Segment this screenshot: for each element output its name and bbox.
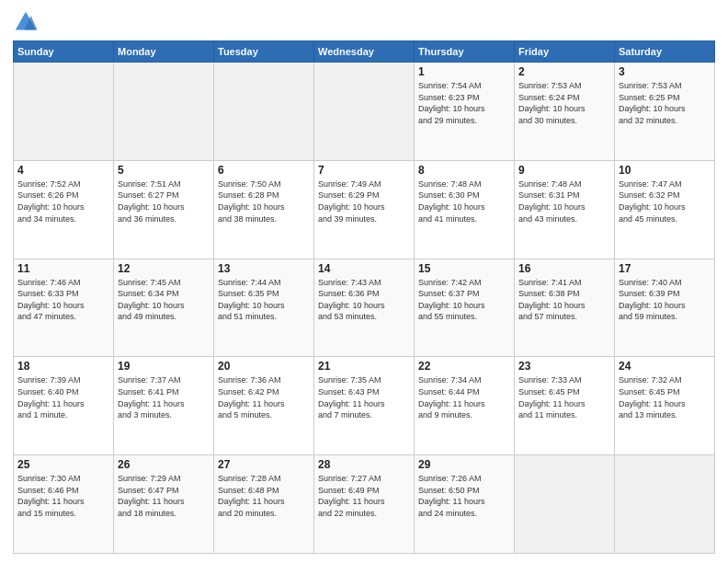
day-number: 8 [418,164,510,177]
header-day-monday: Monday [114,41,214,63]
calendar-cell: 23Sunrise: 7:33 AM Sunset: 6:45 PM Dayli… [515,357,615,455]
calendar-cell [214,63,314,161]
calendar-cell: 28Sunrise: 7:27 AM Sunset: 6:49 PM Dayli… [314,455,415,554]
day-number: 21 [318,360,410,373]
day-info: Sunrise: 7:41 AM Sunset: 6:38 PM Dayligh… [518,277,610,323]
calendar-week-3: 11Sunrise: 7:46 AM Sunset: 6:33 PM Dayli… [14,259,715,357]
day-number: 19 [118,360,210,373]
day-info: Sunrise: 7:29 AM Sunset: 6:47 PM Dayligh… [118,473,210,519]
day-number: 24 [619,360,711,373]
calendar-week-1: 1Sunrise: 7:54 AM Sunset: 6:23 PM Daylig… [14,63,715,161]
calendar-cell: 27Sunrise: 7:28 AM Sunset: 6:48 PM Dayli… [214,455,314,554]
day-info: Sunrise: 7:45 AM Sunset: 6:34 PM Dayligh… [118,277,210,323]
logo [13,9,42,35]
calendar-cell [515,455,615,554]
day-info: Sunrise: 7:51 AM Sunset: 6:27 PM Dayligh… [118,178,210,224]
day-number: 27 [218,458,310,471]
day-info: Sunrise: 7:32 AM Sunset: 6:45 PM Dayligh… [619,374,711,420]
day-number: 7 [318,164,410,177]
day-number: 22 [418,360,510,373]
day-info: Sunrise: 7:27 AM Sunset: 6:49 PM Dayligh… [318,473,410,519]
calendar-cell: 15Sunrise: 7:42 AM Sunset: 6:37 PM Dayli… [415,259,515,357]
day-number: 6 [218,164,310,177]
day-number: 12 [118,262,210,275]
calendar-cell: 24Sunrise: 7:32 AM Sunset: 6:45 PM Dayli… [615,357,715,455]
day-info: Sunrise: 7:52 AM Sunset: 6:26 PM Dayligh… [17,178,109,224]
day-number: 9 [518,164,610,177]
day-info: Sunrise: 7:36 AM Sunset: 6:42 PM Dayligh… [218,374,310,420]
day-number: 14 [318,262,410,275]
day-info: Sunrise: 7:49 AM Sunset: 6:29 PM Dayligh… [318,178,410,224]
header-day-sunday: Sunday [14,41,114,63]
day-info: Sunrise: 7:37 AM Sunset: 6:41 PM Dayligh… [118,374,210,420]
calendar-cell: 17Sunrise: 7:40 AM Sunset: 6:39 PM Dayli… [615,259,715,357]
day-number: 13 [218,262,310,275]
day-number: 17 [619,262,711,275]
day-number: 2 [518,65,610,78]
day-info: Sunrise: 7:48 AM Sunset: 6:31 PM Dayligh… [518,178,610,224]
header-day-wednesday: Wednesday [314,41,415,63]
day-number: 11 [17,262,109,275]
day-number: 3 [619,65,711,78]
calendar-cell: 18Sunrise: 7:39 AM Sunset: 6:40 PM Dayli… [14,357,114,455]
day-info: Sunrise: 7:54 AM Sunset: 6:23 PM Dayligh… [418,80,510,126]
day-info: Sunrise: 7:48 AM Sunset: 6:30 PM Dayligh… [418,178,510,224]
calendar-cell [615,455,715,554]
header-day-friday: Friday [515,41,615,63]
day-number: 20 [218,360,310,373]
day-number: 18 [17,360,109,373]
calendar-week-4: 18Sunrise: 7:39 AM Sunset: 6:40 PM Dayli… [14,357,715,455]
calendar-cell: 21Sunrise: 7:35 AM Sunset: 6:43 PM Dayli… [314,357,415,455]
calendar-table: SundayMondayTuesdayWednesdayThursdayFrid… [13,40,715,554]
calendar-cell [314,63,415,161]
calendar-cell [14,63,114,161]
day-info: Sunrise: 7:40 AM Sunset: 6:39 PM Dayligh… [619,277,711,323]
calendar-cell: 1Sunrise: 7:54 AM Sunset: 6:23 PM Daylig… [415,63,515,161]
calendar-cell: 19Sunrise: 7:37 AM Sunset: 6:41 PM Dayli… [114,357,214,455]
day-number: 4 [17,164,109,177]
day-info: Sunrise: 7:34 AM Sunset: 6:44 PM Dayligh… [418,374,510,420]
calendar-cell: 20Sunrise: 7:36 AM Sunset: 6:42 PM Dayli… [214,357,314,455]
day-info: Sunrise: 7:53 AM Sunset: 6:24 PM Dayligh… [518,80,610,126]
calendar-cell [114,63,214,161]
page: SundayMondayTuesdayWednesdayThursdayFrid… [0,0,728,563]
day-number: 25 [17,458,109,471]
calendar-cell: 22Sunrise: 7:34 AM Sunset: 6:44 PM Dayli… [415,357,515,455]
calendar-cell: 7Sunrise: 7:49 AM Sunset: 6:29 PM Daylig… [314,160,415,259]
day-info: Sunrise: 7:28 AM Sunset: 6:48 PM Dayligh… [218,473,310,519]
calendar-header-row: SundayMondayTuesdayWednesdayThursdayFrid… [14,41,715,63]
day-info: Sunrise: 7:26 AM Sunset: 6:50 PM Dayligh… [418,473,510,519]
calendar-week-5: 25Sunrise: 7:30 AM Sunset: 6:46 PM Dayli… [14,455,715,554]
calendar-cell: 4Sunrise: 7:52 AM Sunset: 6:26 PM Daylig… [14,160,114,259]
day-number: 28 [318,458,410,471]
day-number: 23 [518,360,610,373]
day-info: Sunrise: 7:46 AM Sunset: 6:33 PM Dayligh… [17,277,109,323]
calendar-week-2: 4Sunrise: 7:52 AM Sunset: 6:26 PM Daylig… [14,160,715,259]
day-number: 10 [619,164,711,177]
day-number: 1 [418,65,510,78]
day-info: Sunrise: 7:50 AM Sunset: 6:28 PM Dayligh… [218,178,310,224]
header-day-tuesday: Tuesday [214,41,314,63]
calendar-cell: 6Sunrise: 7:50 AM Sunset: 6:28 PM Daylig… [214,160,314,259]
calendar-cell: 11Sunrise: 7:46 AM Sunset: 6:33 PM Dayli… [14,259,114,357]
calendar-cell: 3Sunrise: 7:53 AM Sunset: 6:25 PM Daylig… [615,63,715,161]
calendar-cell: 2Sunrise: 7:53 AM Sunset: 6:24 PM Daylig… [515,63,615,161]
day-info: Sunrise: 7:44 AM Sunset: 6:35 PM Dayligh… [218,277,310,323]
day-number: 16 [518,262,610,275]
calendar-cell: 29Sunrise: 7:26 AM Sunset: 6:50 PM Dayli… [415,455,515,554]
calendar-cell: 12Sunrise: 7:45 AM Sunset: 6:34 PM Dayli… [114,259,214,357]
header-day-saturday: Saturday [615,41,715,63]
day-info: Sunrise: 7:35 AM Sunset: 6:43 PM Dayligh… [318,374,410,420]
header-day-thursday: Thursday [415,41,515,63]
calendar-cell: 26Sunrise: 7:29 AM Sunset: 6:47 PM Dayli… [114,455,214,554]
calendar-cell: 16Sunrise: 7:41 AM Sunset: 6:38 PM Dayli… [515,259,615,357]
day-number: 5 [118,164,210,177]
day-number: 15 [418,262,510,275]
day-info: Sunrise: 7:47 AM Sunset: 6:32 PM Dayligh… [619,178,711,224]
calendar-cell: 5Sunrise: 7:51 AM Sunset: 6:27 PM Daylig… [114,160,214,259]
day-number: 29 [418,458,510,471]
calendar-cell: 8Sunrise: 7:48 AM Sunset: 6:30 PM Daylig… [415,160,515,259]
day-number: 26 [118,458,210,471]
calendar-cell: 14Sunrise: 7:43 AM Sunset: 6:36 PM Dayli… [314,259,415,357]
calendar-cell: 13Sunrise: 7:44 AM Sunset: 6:35 PM Dayli… [214,259,314,357]
